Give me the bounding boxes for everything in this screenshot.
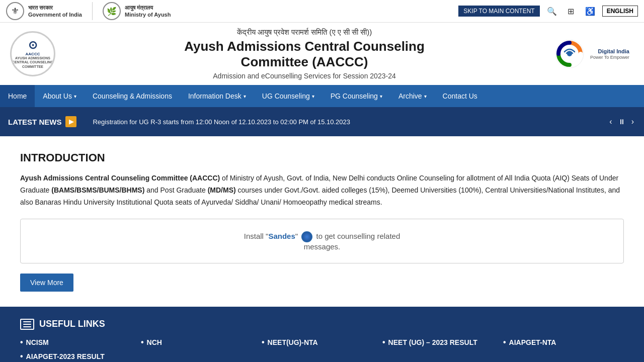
ministry-ayush-label: आयुष मंत्रालय Ministry of Ayush bbox=[125, 4, 171, 19]
useful-link-aiapget-nta[interactable]: • AIAPGET-NTA bbox=[503, 338, 624, 347]
main-navigation: Home About Us ▾ Counseling & Admissions … bbox=[0, 85, 644, 107]
sitemap-icon[interactable]: ⊞ bbox=[564, 4, 578, 18]
sandes-app-icon bbox=[301, 231, 312, 242]
useful-link-nch[interactable]: • NCH bbox=[141, 338, 262, 347]
useful-link-neet-ug-result-label: NEET (UG) – 2023 RESULT bbox=[388, 338, 477, 346]
nav-ug-counseling[interactable]: UG Counseling ▾ bbox=[254, 85, 323, 107]
useful-links-grid: • NCISM • NCH • NEET(UG)-NTA • NEET (UG)… bbox=[20, 338, 624, 361]
sandes-install-box: Install "Sandes" to get counselling rela… bbox=[20, 219, 624, 263]
header-center: केंद्रीय आयुष प्रवेश परामर्श समिति (ए ए … bbox=[55, 28, 553, 80]
ug-counseling-dropdown-icon: ▾ bbox=[312, 94, 314, 99]
useful-link-neet-ug-nta[interactable]: • NEET(UG)-NTA bbox=[262, 338, 382, 347]
nav-contact-us[interactable]: Contact Us bbox=[435, 85, 486, 107]
digital-india-subtext: Power To Empower bbox=[590, 55, 629, 60]
useful-link-ncism-label: NCISM bbox=[26, 338, 49, 346]
site-title: Ayush Admissions Central Counseling Comm… bbox=[65, 39, 543, 70]
useful-link-nch-label: NCH bbox=[147, 338, 162, 346]
skip-to-main-link[interactable]: SKIP TO MAIN CONTENT bbox=[458, 6, 539, 17]
useful-links-title: USEFUL LINKS bbox=[20, 319, 624, 330]
pg-counseling-dropdown-icon: ▾ bbox=[380, 94, 382, 99]
site-subtitle: Admission and eCounselling Services for … bbox=[65, 72, 543, 80]
news-controls: ‹ ⏸ › bbox=[607, 115, 644, 128]
language-button[interactable]: ENGLISH bbox=[602, 6, 638, 17]
top-bar: ⚜ भारत सरकार Government of India 🌿 आयुष … bbox=[0, 0, 644, 23]
search-icon[interactable]: 🔍 bbox=[545, 4, 559, 18]
intro-paragraph: Ayush Admissions Central Counseling Comm… bbox=[20, 172, 624, 208]
useful-link-aiapget-result-label: AIAPGET-2023 RESULT bbox=[26, 352, 105, 360]
bullet-icon: • bbox=[382, 338, 385, 347]
latest-news-bar: LATEST NEWS ▶ Registration for UG R-3 st… bbox=[0, 107, 644, 136]
digital-india-logo: Digital India Power To Empower bbox=[553, 38, 634, 70]
latest-news-label: LATEST NEWS ▶ bbox=[0, 112, 85, 131]
nav-information-desk[interactable]: Information Desk ▾ bbox=[180, 85, 254, 107]
bullet-icon: • bbox=[20, 352, 23, 361]
useful-link-aiapget-nta-label: AIAPGET-NTA bbox=[509, 338, 556, 346]
bullet-icon: • bbox=[20, 338, 23, 347]
digital-india-swirl-icon bbox=[553, 38, 586, 70]
useful-link-neet-ug-result[interactable]: • NEET (UG) – 2023 RESULT bbox=[382, 338, 503, 347]
nav-archive[interactable]: Archive ▾ bbox=[390, 85, 435, 107]
intro-title: INTRODUCTION bbox=[20, 151, 624, 164]
info-desk-dropdown-icon: ▾ bbox=[244, 94, 246, 99]
news-prev-button[interactable]: ‹ bbox=[607, 115, 614, 128]
useful-links-section: USEFUL LINKS • NCISM • NCH • NEET(UG)-NT… bbox=[0, 307, 644, 362]
news-next-button[interactable]: › bbox=[629, 115, 636, 128]
nav-counseling-admissions[interactable]: Counseling & Admissions bbox=[85, 85, 180, 107]
bullet-icon: • bbox=[503, 338, 506, 347]
view-more-button[interactable]: View More bbox=[20, 274, 73, 292]
nav-pg-counseling[interactable]: PG Counseling ▾ bbox=[323, 85, 390, 107]
news-arrow-icon: ▶ bbox=[65, 116, 76, 127]
sandes-prefix: Install " bbox=[244, 232, 269, 240]
news-text: Registration for UG R-3 starts from 12:0… bbox=[85, 118, 607, 126]
useful-link-aiapget-result[interactable]: • AIAPGET-2023 RESULT bbox=[20, 352, 141, 361]
ministry-icon: 🌿 bbox=[103, 2, 121, 20]
government-logos: ⚜ भारत सरकार Government of India 🌿 आयुष … bbox=[6, 2, 171, 20]
useful-link-neet-ug-nta-label: NEET(UG)-NTA bbox=[268, 338, 318, 346]
aaccc-logo: ⊙ AACCC AYUSH ADMISSIONSCENTRAL COUNSELI… bbox=[10, 31, 55, 76]
hindi-title: केंद्रीय आयुष प्रवेश परामर्श समिति (ए ए … bbox=[65, 28, 543, 37]
archive-dropdown-icon: ▾ bbox=[424, 94, 427, 99]
sandes-link[interactable]: Sandes bbox=[268, 232, 295, 240]
top-bar-actions: SKIP TO MAIN CONTENT 🔍 ⊞ ♿ ENGLISH bbox=[458, 4, 638, 18]
bullet-icon: • bbox=[141, 338, 144, 347]
about-us-dropdown-icon: ▾ bbox=[74, 94, 76, 99]
useful-link-ncism[interactable]: • NCISM bbox=[20, 338, 141, 347]
useful-links-icon bbox=[20, 319, 34, 330]
bullet-icon: • bbox=[262, 338, 265, 347]
accessibility-icon[interactable]: ♿ bbox=[583, 4, 597, 18]
nav-about-us[interactable]: About Us ▾ bbox=[35, 85, 85, 107]
main-content: INTRODUCTION Ayush Admissions Central Co… bbox=[0, 136, 644, 306]
news-pause-button[interactable]: ⏸ bbox=[616, 116, 627, 128]
govt-india-label: भारत सरकार Government of India bbox=[28, 4, 82, 19]
sandes-suffix: to get counselling relatedmessages. bbox=[304, 232, 400, 251]
nav-home[interactable]: Home bbox=[0, 85, 35, 107]
site-header: ⊙ AACCC AYUSH ADMISSIONSCENTRAL COUNSELI… bbox=[0, 23, 644, 85]
emblem-icon: ⚜ bbox=[6, 2, 24, 20]
digital-india-text: Digital India bbox=[590, 48, 629, 55]
